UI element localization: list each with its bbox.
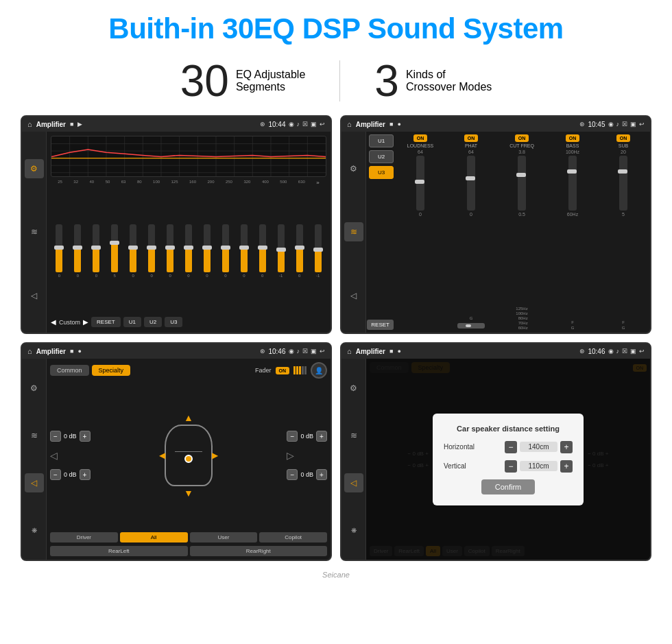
left-rear-plus[interactable]: + <box>80 469 91 480</box>
next-arrow[interactable]: ▶ <box>83 318 88 326</box>
u2-btn[interactable]: U2 <box>144 317 162 327</box>
left-front-plus[interactable]: + <box>80 431 91 442</box>
spec-sidebar-eq[interactable]: ⚙ <box>25 379 44 398</box>
rearright-btn[interactable]: RearRight <box>190 546 328 556</box>
back-icon-4[interactable]: ↩ <box>639 348 645 355</box>
home-icon-3[interactable]: ⌂ <box>27 347 32 355</box>
eq-slider-10: 0 <box>235 224 252 278</box>
eq-sidebar: ⚙ ≋ ◁ <box>22 132 47 333</box>
horizontal-minus-btn[interactable]: − <box>505 441 517 453</box>
loudness-toggle[interactable]: ON <box>413 134 428 142</box>
spec-sidebar-bt[interactable]: ❋ <box>25 521 44 540</box>
custom-label: Custom <box>59 319 80 326</box>
reset-btn[interactable]: RESET <box>91 317 121 327</box>
eq-screen: ⌂ Amplifier ■ ▶ ⊛ 10:44 ◉ ♪ ☒ ▣ ↩ ⚙ ≋ ◁ <box>21 115 332 334</box>
u3-btn[interactable]: U3 <box>165 317 182 327</box>
camera-icon: ◉ <box>289 121 294 128</box>
preset-u1[interactable]: U1 <box>369 134 394 147</box>
eq-time: 10:44 <box>268 121 285 128</box>
crossover-main: U1 U2 U3 RESET ON LOUDNESS 64 <box>366 132 650 333</box>
home-icon-4[interactable]: ⌂ <box>347 347 352 355</box>
volume-icon-2: ♪ <box>616 121 620 128</box>
monitor-icon: ▣ <box>311 121 317 128</box>
play-icon-small: ▶ <box>77 121 82 128</box>
crossover-time: 10:45 <box>588 121 605 128</box>
dist-sidebar-eq[interactable]: ⚙ <box>344 379 363 398</box>
home-icon-2[interactable]: ⌂ <box>347 120 352 128</box>
back-icon[interactable]: ↩ <box>320 121 325 128</box>
fader-toggle[interactable]: ON <box>276 367 290 374</box>
eq-slider-7: 0 <box>180 224 197 278</box>
spec-sidebar-speaker[interactable]: ◁ <box>25 473 44 492</box>
right-front-minus[interactable]: − <box>287 431 298 442</box>
monitor-icon-4: ▣ <box>630 348 636 355</box>
right-rear-plus[interactable]: + <box>316 469 327 480</box>
left-front-minus[interactable]: − <box>50 431 61 442</box>
channel-sub: ON SUB 20 5 F G <box>599 134 647 330</box>
crossover-screen: ⌂ Amplifier ■ ● ⊛ 10:45 ◉ ♪ ☒ ▣ ↩ ⚙ ≋ ◁ <box>340 115 651 334</box>
horizontal-plus-btn[interactable]: + <box>560 441 573 453</box>
rearleft-btn[interactable]: RearLeft <box>50 546 188 556</box>
record-icon-4: ■ <box>389 348 393 355</box>
monitor-icon-2: ▣ <box>630 121 636 128</box>
eq-sliders: 0 0 0 5 0 <box>51 189 326 313</box>
cutfreq-toggle[interactable]: ON <box>515 134 529 142</box>
right-rear-minus[interactable]: − <box>287 469 298 480</box>
distance-app-name: Amplifier <box>356 348 385 355</box>
specialty-tab[interactable]: Specialty <box>92 365 131 376</box>
location-icon-2: ⊛ <box>579 121 585 128</box>
driver-btn[interactable]: Driver <box>50 532 118 542</box>
crossover-sidebar-speaker[interactable]: ◁ <box>344 286 363 305</box>
back-icon-2[interactable]: ↩ <box>639 121 645 128</box>
eq-sidebar-wave[interactable]: ≋ <box>25 222 44 241</box>
dist-sidebar-bt[interactable]: ❋ <box>344 521 363 540</box>
crossover-topbar: ⌂ Amplifier ■ ● ⊛ 10:45 ◉ ♪ ☒ ▣ ↩ <box>341 117 650 132</box>
eq-sidebar-eq[interactable]: ⚙ <box>25 159 44 178</box>
eq-freq-labels: 2532405063 80100125160200 25032040050063… <box>51 180 326 186</box>
distance-main: Common Specialty ON − 0 dB + − 0 dB + 🚗 … <box>366 359 650 560</box>
back-icon-3[interactable]: ↩ <box>320 348 325 355</box>
u1-btn[interactable]: U1 <box>123 317 141 327</box>
specialty-bottom-btns2: RearLeft RearRight <box>50 546 327 556</box>
right-front-plus[interactable]: + <box>316 431 327 442</box>
preset-u3[interactable]: U3 <box>369 166 394 179</box>
fader-bars <box>293 366 307 374</box>
vertical-plus-btn[interactable]: + <box>560 460 573 473</box>
bass-toggle[interactable]: ON <box>566 134 580 142</box>
all-btn[interactable]: All <box>120 532 188 542</box>
preset-u2[interactable]: U2 <box>369 150 394 163</box>
crossover-sidebar-eq[interactable]: ⚙ <box>344 159 363 178</box>
crossover-reset-btn[interactable]: RESET <box>367 320 394 330</box>
dist-sidebar-wave[interactable]: ≋ <box>344 426 363 445</box>
car-diagram: ▲ ◀ ▶ ▼ <box>93 412 285 499</box>
vertical-value: 110cm <box>520 461 557 471</box>
vertical-minus-btn[interactable]: − <box>505 460 517 473</box>
eq-slider-3: 5 <box>106 224 123 278</box>
copilot-btn[interactable]: Copilot <box>259 532 327 542</box>
horizontal-control: − 140cm + <box>505 441 573 453</box>
dialog-vertical-row: Vertical − 110cm + <box>444 460 573 473</box>
distance-topbar: ⌂ Amplifier ■ ● ⊛ 10:46 ◉ ♪ ☒ ▣ ↩ <box>341 344 650 359</box>
crossover-sidebar-wave[interactable]: ≋ <box>344 222 363 241</box>
eq-slider-14: -1 <box>309 224 326 278</box>
specialty-sidebar: ⚙ ≋ ◁ ❋ <box>22 359 47 560</box>
phat-toggle[interactable]: ON <box>464 134 479 142</box>
prev-arrow[interactable]: ◀ <box>51 318 56 326</box>
horizontal-label: Horizontal <box>444 443 475 451</box>
spec-sidebar-wave[interactable]: ≋ <box>25 426 44 445</box>
confirm-button[interactable]: Confirm <box>481 479 536 494</box>
location-icon-3: ⊛ <box>260 348 265 355</box>
crossover-channels: ON LOUDNESS 64 0 ON PHAT <box>396 134 647 330</box>
eq-app-name: Amplifier <box>36 121 66 128</box>
profile-icon[interactable]: 👤 <box>311 362 327 379</box>
tab-row: Common Specialty <box>50 365 130 376</box>
eq-bottom-bar: ◀ Custom ▶ RESET U1 U2 U3 <box>51 315 326 329</box>
fader-label: Fader <box>255 367 272 374</box>
sub-toggle[interactable]: ON <box>616 134 631 142</box>
user-btn[interactable]: User <box>190 532 258 542</box>
eq-sidebar-speaker[interactable]: ◁ <box>25 286 44 305</box>
common-tab[interactable]: Common <box>50 365 89 376</box>
dist-sidebar-speaker[interactable]: ◁ <box>344 473 363 492</box>
home-icon[interactable]: ⌂ <box>27 120 32 128</box>
left-rear-minus[interactable]: − <box>50 469 61 480</box>
